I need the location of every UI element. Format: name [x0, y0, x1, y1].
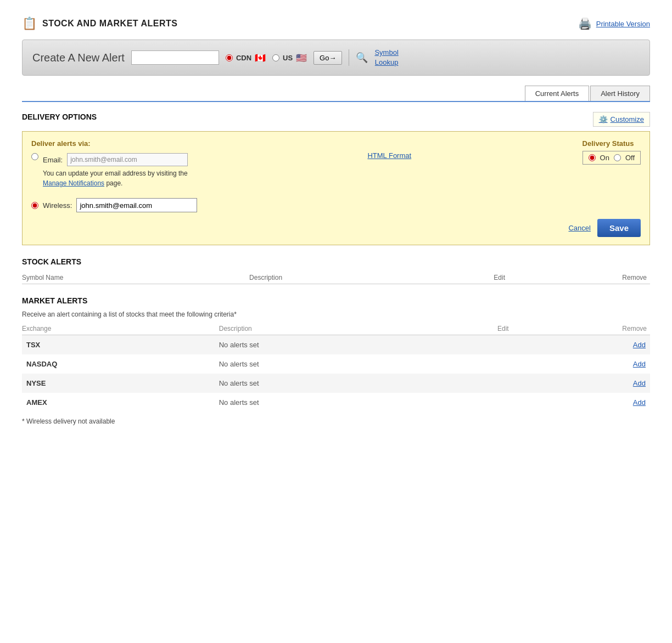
add-link-amex[interactable]: Add — [633, 398, 646, 407]
html-format-section: HTML Format — [367, 139, 411, 160]
page-header: 📋 STOCK AND MARKET ALERTS 🖨️ Printable V… — [22, 11, 650, 40]
add-cell: Add — [439, 374, 650, 393]
off-label: Off — [625, 154, 635, 162]
printable-area: 🖨️ Printable Version — [578, 17, 650, 30]
exchange-cell: NASDAQ — [22, 354, 219, 374]
market-alerts-subtitle: Receive an alert containing a list of st… — [22, 311, 650, 318]
status-off-radio[interactable] — [614, 154, 621, 161]
stock-alerts-table: Symbol Name Description Edit Remove — [22, 272, 650, 284]
symbol-lookup-link[interactable]: Symbol Lookup — [374, 48, 398, 67]
printable-link[interactable]: Printable Version — [596, 20, 650, 28]
add-link-nasdaq[interactable]: Add — [633, 360, 646, 368]
col-description: Description — [249, 272, 434, 284]
us-label: US — [283, 54, 293, 62]
cdn-label: CDN — [236, 54, 251, 62]
market-alerts-footnote: * Wireless delivery not available — [22, 418, 650, 425]
email-row: Email: You can update your email address… — [31, 153, 197, 188]
market-col-edit: Edit — [439, 323, 512, 335]
add-link-nyse[interactable]: Add — [633, 379, 646, 387]
page-title-area: 📋 STOCK AND MARKET ALERTS — [22, 16, 177, 31]
email-label: Email: — [43, 156, 63, 164]
exchange-cell: AMEX — [22, 393, 219, 412]
us-radio-group: US 🇺🇸 — [272, 53, 307, 63]
on-off-row: On Off — [583, 151, 641, 165]
customize-label: Customize — [611, 115, 644, 123]
html-format-link[interactable]: HTML Format — [367, 151, 411, 160]
delivery-inner-row: Deliver alerts via: Email: You can updat… — [31, 139, 641, 193]
col-symbol-name: Symbol Name — [22, 272, 249, 284]
create-alert-label: Create A New Alert — [32, 52, 125, 64]
cdn-flag-icon: 🇨🇦 — [255, 53, 266, 63]
market-col-description: Description — [219, 323, 440, 335]
market-alerts-table: Exchange Description Edit Remove TSX No … — [22, 323, 650, 412]
on-label: On — [600, 154, 609, 162]
market-col-exchange: Exchange — [22, 323, 219, 335]
stock-alerts-section: STOCK ALERTS Symbol Name Description Edi… — [22, 257, 650, 284]
add-link-tsx[interactable]: Add — [633, 341, 646, 349]
tab-current-alerts[interactable]: Current Alerts — [525, 86, 589, 101]
email-input-group: Email: You can update your email address… — [43, 153, 197, 188]
page-title: STOCK AND MARKET ALERTS — [42, 19, 177, 29]
manage-notifications-link[interactable]: Manage Notifications — [43, 179, 104, 187]
description-cell: No alerts set — [219, 374, 440, 393]
customize-button[interactable]: ⚙️ Customize — [593, 112, 650, 127]
us-flag-icon: 🇺🇸 — [296, 53, 307, 63]
search-icon: 🔍 — [356, 52, 368, 64]
email-radio[interactable] — [31, 153, 38, 160]
cancel-save-row: Cancel Save — [31, 219, 641, 237]
description-cell: No alerts set — [219, 354, 440, 374]
deliver-via-label: Deliver alerts via: — [31, 139, 197, 148]
wireless-radio[interactable] — [31, 202, 38, 209]
create-alert-bar: Create A New Alert CDN 🇨🇦 US 🇺🇸 Go→ 🔍 Sy… — [22, 40, 650, 76]
vertical-divider — [349, 49, 349, 66]
deliver-via-section: Deliver alerts via: Email: You can updat… — [31, 139, 197, 193]
tab-alert-history[interactable]: Alert History — [590, 86, 650, 101]
market-col-remove: Remove — [512, 323, 650, 335]
printer-icon: 🖨️ — [578, 17, 592, 30]
tabs-row: Current Alerts Alert History — [22, 86, 650, 102]
delivery-status-label: Delivery Status — [583, 139, 641, 148]
market-table-row: NASDAQ No alerts set Add — [22, 354, 650, 374]
delivery-options-header: DELIVERY OPTIONS ⚙️ Customize — [22, 112, 650, 127]
email-note: You can update your email address by vis… — [43, 168, 197, 188]
cancel-link[interactable]: Cancel — [568, 224, 590, 232]
market-table-row: AMEX No alerts set Add — [22, 393, 650, 412]
add-cell: Add — [439, 335, 650, 355]
add-cell: Add — [439, 354, 650, 374]
page-icon: 📋 — [22, 16, 37, 31]
save-button[interactable]: Save — [597, 219, 641, 237]
gear-icon: ⚙️ — [599, 115, 608, 123]
email-input[interactable] — [67, 153, 188, 166]
us-radio[interactable] — [272, 54, 279, 61]
exchange-cell: TSX — [22, 335, 219, 355]
status-on-radio[interactable] — [589, 154, 596, 161]
go-button[interactable]: Go→ — [313, 51, 342, 65]
col-remove: Remove — [508, 272, 650, 284]
market-table-row: TSX No alerts set Add — [22, 335, 650, 355]
go-label: Go→ — [320, 54, 336, 62]
market-alerts-section: MARKET ALERTS Receive an alert containin… — [22, 296, 650, 425]
col-edit: Edit — [434, 272, 508, 284]
symbol-input[interactable] — [131, 50, 219, 65]
wireless-label: Wireless: — [43, 201, 72, 210]
delivery-options-title: DELIVERY OPTIONS — [22, 112, 97, 121]
cdn-radio[interactable] — [226, 54, 233, 61]
market-table-row: NYSE No alerts set Add — [22, 374, 650, 393]
exchange-cell: NYSE — [22, 374, 219, 393]
wireless-row: Wireless: — [31, 198, 641, 212]
add-cell: Add — [439, 393, 650, 412]
wireless-input[interactable] — [76, 198, 197, 212]
email-note-text: You can update your email address by vis… — [43, 170, 188, 177]
delivery-status-section: Delivery Status On Off — [583, 139, 641, 165]
market-alerts-title: MARKET ALERTS — [22, 296, 650, 305]
cdn-radio-group: CDN 🇨🇦 — [226, 53, 266, 63]
delivery-box: Deliver alerts via: Email: You can updat… — [22, 131, 650, 245]
description-cell: No alerts set — [219, 335, 440, 355]
email-note-end: page. — [106, 179, 122, 187]
stock-alerts-title: STOCK ALERTS — [22, 257, 650, 266]
description-cell: No alerts set — [219, 393, 440, 412]
